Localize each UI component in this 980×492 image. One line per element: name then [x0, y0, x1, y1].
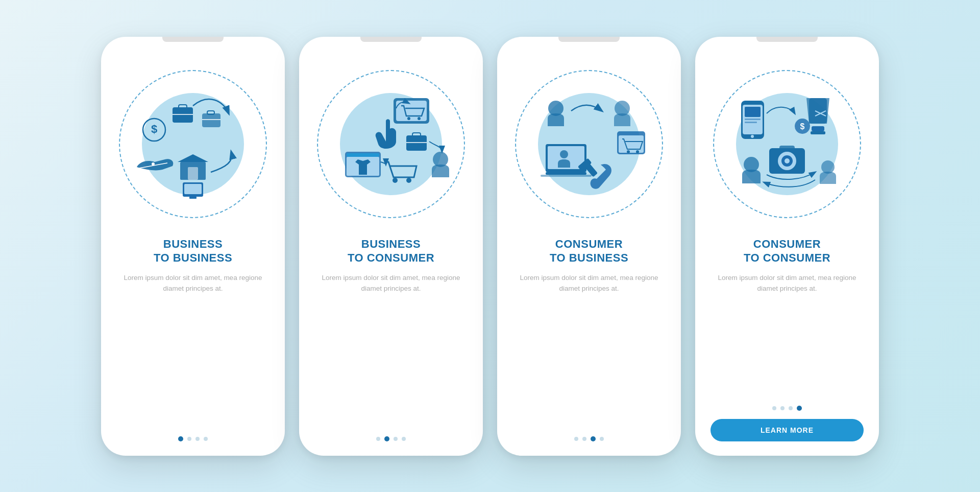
illustration-c2b: [512, 57, 666, 231]
svg-rect-18: [406, 135, 427, 151]
svg-rect-57: [779, 146, 795, 150]
svg-rect-13: [189, 197, 197, 199]
phone-content-b2c: BUSINESS TO CONSUMER Lorem ipsum dolor s…: [299, 37, 483, 456]
svg-point-56: [785, 158, 790, 163]
svg-text:$: $: [151, 123, 157, 135]
dot-1-b2b: [178, 436, 183, 441]
phone-desc-c2b: Lorem ipsum dolor sit dim amet, mea regi…: [512, 272, 666, 294]
dot-4-b2c: [402, 437, 406, 441]
svg-text:$: $: [800, 122, 805, 131]
phone-title-c2c: CONSUMER TO CONSUMER: [744, 237, 830, 265]
phone-title-b2c: BUSINESS TO CONSUMER: [348, 237, 434, 265]
dot-2-c2c: [780, 406, 785, 410]
phone-content-b2b: $: [101, 37, 285, 456]
svg-rect-15: [396, 101, 427, 121]
dot-1-c2c: [772, 406, 776, 410]
phone-desc-b2c: Lorem ipsum dolor sit dim amet, mea regi…: [314, 272, 468, 294]
svg-rect-3: [173, 107, 193, 123]
svg-rect-47: [812, 126, 824, 131]
svg-rect-23: [347, 153, 379, 157]
svg-point-24: [393, 178, 398, 183]
dot-3-c2b: [591, 436, 596, 441]
svg-rect-43: [745, 107, 761, 117]
svg-rect-45: [745, 122, 757, 123]
illustration-b2b: $: [116, 57, 270, 231]
phone-dots-b2c: [376, 427, 406, 441]
svg-b2b: $: [121, 73, 264, 216]
phone-content-c2b: CONSUMER TO BUSINESS Lorem ipsum dolor s…: [497, 37, 681, 456]
svg-point-0: [152, 162, 155, 166]
dot-4-c2b: [600, 437, 604, 441]
learn-more-button[interactable]: LEARN MORE: [710, 419, 864, 441]
svg-point-37: [560, 150, 568, 158]
dot-1-b2c: [376, 437, 380, 441]
svg-rect-10: [188, 167, 198, 180]
svg-point-42: [751, 135, 754, 138]
phone-c2c: $: [695, 37, 879, 456]
phone-dots-c2b: [574, 427, 604, 441]
dot-2-b2b: [187, 437, 191, 441]
svg-b2c: [320, 73, 462, 216]
phone-notch-c2c: [756, 37, 818, 42]
svg-rect-35: [546, 172, 586, 175]
phone-content-c2c: $: [695, 37, 879, 456]
dot-3-b2b: [195, 437, 200, 441]
dot-1-c2b: [574, 437, 578, 441]
phone-desc-b2b: Lorem ipsum dolor sit dim amet, mea regi…: [116, 272, 270, 294]
dot-3-c2c: [789, 406, 793, 410]
svg-rect-36: [541, 175, 592, 177]
svg-point-32: [636, 150, 639, 153]
phone-b2c: BUSINESS TO CONSUMER Lorem ipsum dolor s…: [299, 37, 483, 456]
svg-rect-6: [202, 113, 220, 127]
phone-title-c2b: CONSUMER TO BUSINESS: [550, 237, 628, 265]
svg-point-16: [407, 117, 410, 120]
phone-dots-b2b: [178, 427, 208, 441]
phone-title-b2b: BUSINESS TO BUSINESS: [154, 237, 232, 265]
dot-4-c2c: [797, 406, 802, 411]
svg-point-31: [627, 150, 630, 153]
phone-c2b: CONSUMER TO BUSINESS Lorem ipsum dolor s…: [497, 37, 681, 456]
phone-dots-c2c: [772, 396, 802, 411]
phone-notch-b2b: [162, 37, 224, 42]
dot-2-c2b: [582, 437, 586, 441]
svg-c2c: $: [716, 73, 859, 216]
phone-desc-c2c: Lorem ipsum dolor sit dim amet, mea regi…: [710, 272, 864, 294]
svg-point-25: [406, 178, 411, 183]
svg-rect-30: [619, 135, 644, 153]
phone-notch-c2b: [558, 37, 620, 42]
svg-rect-12: [184, 184, 202, 194]
phone-b2b: $: [101, 37, 285, 456]
dot-3-b2c: [394, 437, 398, 441]
illustration-c2c: $: [710, 57, 864, 231]
phones-container: $: [101, 37, 879, 456]
svg-c2b: [518, 73, 660, 216]
svg-point-17: [418, 117, 421, 120]
illustration-b2c: [314, 57, 468, 231]
dot-4-b2b: [204, 437, 208, 441]
phone-notch-b2c: [360, 37, 422, 42]
dot-2-b2c: [384, 436, 389, 441]
svg-rect-48: [811, 131, 825, 134]
svg-rect-44: [745, 119, 761, 120]
